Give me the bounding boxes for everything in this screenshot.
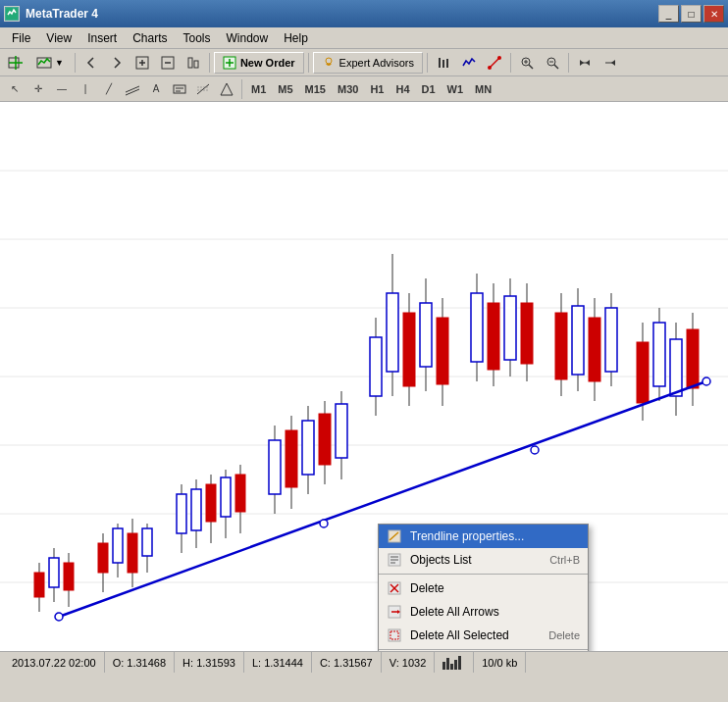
svg-rect-98 [504, 296, 516, 360]
tf-d1[interactable]: D1 [417, 79, 441, 99]
svg-rect-104 [572, 306, 584, 375]
sep3 [308, 53, 309, 73]
fwd-btn[interactable] [105, 52, 129, 74]
new-chart-btn[interactable] [4, 52, 27, 74]
ctx-objects-list[interactable]: Objects List Ctrl+B [379, 548, 588, 572]
zoom-in2-btn[interactable] [515, 52, 539, 74]
svg-rect-110 [637, 342, 649, 403]
svg-rect-86 [387, 293, 398, 372]
svg-rect-56 [98, 543, 108, 573]
svg-rect-76 [286, 430, 297, 487]
ctx-delete-all-selected-shortcut: Delete [548, 629, 580, 641]
menu-view[interactable]: View [38, 29, 79, 47]
sep4 [427, 53, 428, 73]
menu-window[interactable]: Window [219, 29, 277, 47]
indicators-btn[interactable] [457, 52, 481, 74]
close-button[interactable]: ✕ [703, 5, 724, 23]
tf-mn[interactable]: MN [470, 79, 496, 99]
crosshair-btn[interactable]: ✛ [27, 79, 49, 99]
status-size: 10/0 kb [474, 652, 526, 673]
period-sep-btn[interactable] [573, 52, 597, 74]
shift-btn[interactable] [598, 52, 622, 74]
fib-btn[interactable] [192, 79, 214, 99]
tf-h4[interactable]: H4 [390, 79, 414, 99]
hline-btn[interactable]: — [51, 79, 73, 99]
text-btn[interactable]: A [145, 79, 167, 99]
menu-charts[interactable]: Charts [125, 29, 175, 47]
menu-help[interactable]: Help [276, 29, 316, 47]
svg-point-120 [531, 446, 539, 454]
shapes-btn[interactable] [216, 79, 237, 99]
sep-tf [241, 79, 242, 99]
menu-file[interactable]: File [4, 29, 38, 47]
label-btn[interactable] [169, 79, 190, 99]
zoom-out2-btn[interactable] [541, 52, 564, 74]
svg-line-37 [197, 84, 209, 94]
tf-m5[interactable]: M5 [273, 79, 297, 99]
new-order-button[interactable]: New Order [214, 52, 304, 74]
chart-type-btn[interactable] [432, 52, 455, 74]
tf-h1[interactable]: H1 [365, 79, 389, 99]
zoom-in-btn[interactable] [130, 52, 154, 74]
svg-rect-66 [191, 489, 201, 530]
title-text: MetaTrader 4 [26, 7, 98, 21]
svg-rect-92 [437, 318, 448, 384]
zoom-out-btn[interactable] [156, 52, 180, 74]
ctx-delete-all-selected-label: Delete All Selected [410, 628, 541, 642]
svg-rect-78 [302, 421, 314, 475]
svg-line-19 [490, 58, 499, 68]
ctx-delete[interactable]: Delete [379, 577, 588, 600]
svg-rect-114 [670, 339, 682, 396]
tf-m1[interactable]: M1 [246, 79, 271, 99]
vline-btn[interactable]: | [75, 79, 96, 99]
status-bars-icon-area [435, 652, 474, 673]
tf-m30[interactable]: M30 [333, 79, 363, 99]
status-high: H: 1.31593 [175, 652, 244, 673]
trendline-props-icon [387, 528, 402, 544]
expert-advisors-button[interactable]: Expert Advisors [313, 52, 423, 74]
tf-m15[interactable]: M15 [300, 79, 331, 99]
svg-rect-96 [488, 303, 499, 370]
svg-rect-90 [420, 303, 432, 367]
sep6 [568, 53, 569, 73]
svg-rect-102 [555, 313, 567, 379]
ctx-objects-list-shortcut: Ctrl+B [549, 554, 580, 566]
app-icon [4, 6, 20, 22]
svg-rect-100 [521, 303, 533, 364]
trendline-btn[interactable]: ╱ [98, 79, 120, 99]
channels-btn[interactable] [122, 79, 143, 99]
chart-area[interactable]: Trendline properties... Objects List Ctr… [0, 102, 728, 651]
ctx-delete-all-arrows[interactable]: Delete All Arrows [379, 600, 588, 624]
properties-btn[interactable] [182, 52, 205, 74]
chart-svg [0, 102, 728, 651]
menu-tools[interactable]: Tools [176, 29, 219, 47]
svg-marker-30 [580, 60, 584, 66]
ctx-delete-all-selected[interactable]: Delete All Selected Delete [379, 624, 588, 647]
svg-rect-70 [221, 477, 231, 517]
menu-insert[interactable]: Insert [79, 29, 125, 47]
svg-rect-80 [319, 414, 331, 465]
svg-marker-33 [611, 60, 615, 66]
svg-point-118 [55, 613, 63, 621]
new-order-label: New Order [240, 57, 295, 69]
svg-rect-64 [177, 494, 186, 533]
delete-all-selected-icon [387, 627, 402, 643]
svg-rect-106 [589, 318, 600, 381]
svg-line-27 [554, 65, 558, 69]
svg-point-119 [320, 520, 328, 527]
svg-point-15 [326, 58, 332, 64]
tf-w1[interactable]: W1 [442, 79, 469, 99]
ctx-trendline-properties-label: Trendline properties... [410, 529, 580, 543]
back-btn[interactable] [79, 52, 103, 74]
svg-point-121 [702, 377, 710, 385]
sep5 [510, 53, 511, 73]
svg-rect-10 [188, 58, 192, 68]
toolbar-2: ↖ ✛ — | ╱ A M1 M5 M15 M30 H1 H4 D1 W1 MN [0, 76, 728, 102]
maximize-button[interactable]: □ [681, 5, 702, 23]
svg-rect-68 [206, 484, 216, 522]
ctx-trendline-properties[interactable]: Trendline properties... [379, 525, 588, 548]
cursor-btn[interactable]: ↖ [4, 79, 26, 99]
profile-btn[interactable]: ▼ [29, 52, 71, 74]
objects-btn[interactable] [483, 52, 506, 74]
minimize-button[interactable]: _ [658, 5, 679, 23]
